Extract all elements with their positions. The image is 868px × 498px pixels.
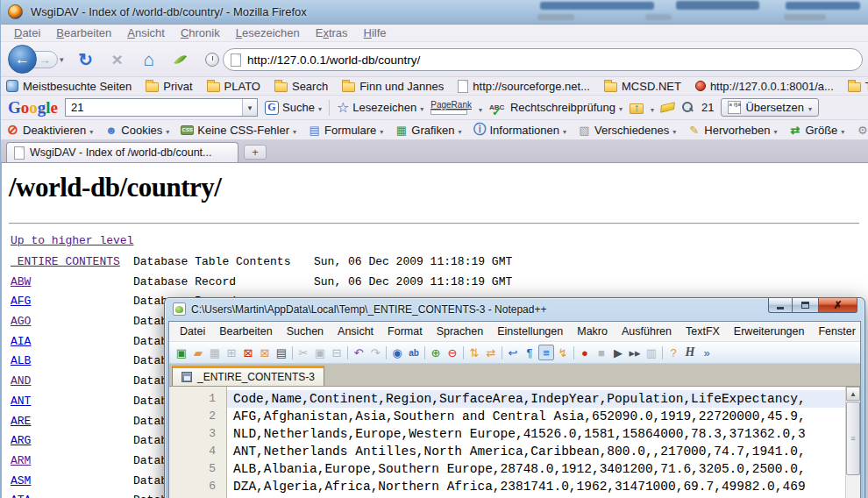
paste-icon[interactable]: ⊟ <box>329 345 345 360</box>
webdev-menu-item[interactable]: Grafiken <box>395 124 461 137</box>
entry-link[interactable]: ANT <box>11 395 31 408</box>
bookmark-item[interactable]: Finn und Jannes <box>342 80 444 93</box>
maximize-button[interactable] <box>793 298 819 313</box>
entry-link[interactable]: ARM <box>11 454 31 467</box>
stop-macro-icon[interactable]: ■ <box>594 345 609 360</box>
redo-icon[interactable]: ↷ <box>367 345 383 360</box>
entry-link[interactable]: ABW <box>11 275 31 288</box>
back-button[interactable]: ← <box>8 45 37 74</box>
record-macro-icon[interactable]: ● <box>577 345 593 360</box>
zoom-in-icon[interactable]: ⊕ <box>428 345 444 360</box>
word-wrap-icon[interactable]: ↩ <box>505 345 521 360</box>
webdev-menu-item[interactable]: Informationen <box>473 124 566 137</box>
close-button[interactable]: ✗ <box>819 298 857 313</box>
separator[interactable] <box>500 345 504 360</box>
spellcheck-button[interactable]: ABC Rechtschreibprüfung <box>489 101 623 114</box>
webdev-menu-item[interactable]: Verschiedenes <box>578 124 676 137</box>
separator[interactable] <box>423 345 427 360</box>
bookmark-item[interactable]: Meistbesuchte Seiten <box>6 80 132 93</box>
find-icon[interactable]: ◉ <box>389 345 405 360</box>
save-macro-icon[interactable]: ▥ <box>644 345 659 360</box>
code-line[interactable]: ALB,Albania,Europe,Southern Europe,28748… <box>227 460 845 478</box>
webdev-menu-item[interactable]: Hervorheben <box>687 124 777 137</box>
google-search-box[interactable]: ▾ <box>65 98 258 117</box>
menu-item[interactable]: Ansicht <box>119 26 173 39</box>
show-symbols-icon[interactable]: ¶ <box>522 345 537 360</box>
separator[interactable] <box>660 345 665 360</box>
bookmark-item[interactable]: Search <box>274 80 328 93</box>
translate-button[interactable]: Übersetzen <box>721 98 819 117</box>
entry-link[interactable]: ASM <box>11 474 31 487</box>
bookmark-item[interactable]: MCSD.NET <box>604 80 681 93</box>
indent-guide-icon[interactable]: ≡ <box>538 345 554 360</box>
url-bar[interactable] <box>223 48 863 71</box>
webdev-menu-item[interactable]: Formulare <box>308 124 383 137</box>
html-preview-icon[interactable]: H <box>682 345 698 360</box>
minimize-button[interactable] <box>768 298 793 313</box>
dropdown-caret[interactable] <box>380 124 383 137</box>
save-icon[interactable]: ▦ <box>207 345 223 360</box>
webdev-menu-item[interactable]: Cookies <box>104 124 169 137</box>
dropdown-caret[interactable] <box>89 124 93 137</box>
notepad-menu-item[interactable]: Makro <box>570 325 615 338</box>
sync-vertical-icon[interactable]: ⇅ <box>466 345 482 360</box>
separator[interactable] <box>345 345 350 360</box>
menu-item[interactable]: Extras <box>308 26 356 39</box>
code-line[interactable]: NLD,Netherlands,Europe,Western Europe,41… <box>227 425 845 443</box>
notepad-menu-item[interactable]: Fenster <box>811 325 861 338</box>
notepad-active-tab[interactable]: _ENTIRE_CONTENTS-3 <box>172 366 324 386</box>
highlighter-icon[interactable] <box>660 102 675 113</box>
entry-link[interactable]: AND <box>11 374 31 388</box>
entry-link[interactable]: ENTIRE CONTENTS <box>11 255 120 268</box>
sage-feed-icon[interactable] <box>171 50 190 69</box>
notepad-menu-item[interactable]: Ansicht <box>331 325 381 338</box>
print-icon[interactable]: ▤ <box>274 345 289 360</box>
entry-link[interactable]: ARG <box>11 434 31 447</box>
new-tab-button[interactable]: + <box>244 145 267 160</box>
undo-icon[interactable]: ↶ <box>351 345 366 360</box>
menu-item[interactable]: Chronik <box>173 26 228 39</box>
notepad-menu-item[interactable]: Datei <box>173 325 212 338</box>
dropdown-caret[interactable] <box>293 124 296 137</box>
webdev-menu-item[interactable]: Größe <box>788 124 844 137</box>
vertical-scrollbar[interactable]: ▲ ≡ <box>845 387 860 498</box>
notepad-menu-item[interactable]: Sprachen <box>430 325 491 338</box>
send-to-folder-icon[interactable] <box>630 103 644 114</box>
code-line[interactable]: DZA,Algeria,Africa,Northern Africa,23817… <box>227 478 845 495</box>
menu-item[interactable]: Lesezeichen <box>228 26 308 39</box>
notepad-menu-item[interactable]: Bearbeiten <box>212 325 279 338</box>
zoom-out-icon[interactable]: ⊖ <box>445 345 460 360</box>
entry-link[interactable]: AGO <box>11 315 31 328</box>
url-input[interactable] <box>247 53 855 67</box>
scrollbar-thumb[interactable]: ≡ <box>846 402 860 475</box>
webdev-menu-item[interactable]: Keine CSS-Fehler <box>181 124 296 137</box>
reload-button[interactable]: ↻ <box>76 50 96 69</box>
separator[interactable] <box>572 345 576 360</box>
toolbar-overflow-chevron[interactable]: » <box>699 345 715 360</box>
webdev-menu-item[interactable]: Extras <box>856 124 868 137</box>
notepad-menu-item[interactable]: Erweiterungen <box>727 325 812 338</box>
menu-item[interactable]: Bearbeiten <box>48 26 119 39</box>
google-search-button[interactable]: G Suche <box>265 101 322 115</box>
dropdown-caret[interactable] <box>651 100 654 116</box>
entry-link[interactable]: ATA <box>11 494 31 498</box>
entry-link[interactable]: ARE <box>11 415 31 428</box>
bookmark-item[interactable]: PLATO <box>207 80 260 93</box>
menu-item[interactable]: Hilfe <box>356 26 395 39</box>
dropdown-caret[interactable] <box>619 101 623 114</box>
run-macro-multi-icon[interactable]: ▸▸ <box>627 345 643 360</box>
dropdown-caret[interactable] <box>672 124 676 137</box>
code-area[interactable]: Code,Name,Continent,Region,SurfaceArea,I… <box>227 387 845 498</box>
replace-icon[interactable]: ab <box>406 345 422 360</box>
stop-button[interactable]: × <box>108 50 127 69</box>
search-history-dropdown[interactable]: ▾ <box>242 99 257 116</box>
function-list-icon[interactable]: ↯ <box>555 345 571 360</box>
dropdown-caret[interactable] <box>318 101 322 114</box>
dropdown-caret[interactable] <box>479 100 482 116</box>
scroll-up-arrow[interactable]: ▲ <box>846 387 860 401</box>
home-button[interactable]: ⌂ <box>139 50 159 69</box>
bookmark-item[interactable]: http://sourceforge.net... <box>458 80 590 93</box>
history-dropdown-caret[interactable]: ▾ <box>60 55 64 64</box>
notepad-menu-item[interactable]: Einstellungen <box>490 325 570 338</box>
google-bookmarks-button[interactable]: ☆ Lesezeichen <box>337 99 423 116</box>
